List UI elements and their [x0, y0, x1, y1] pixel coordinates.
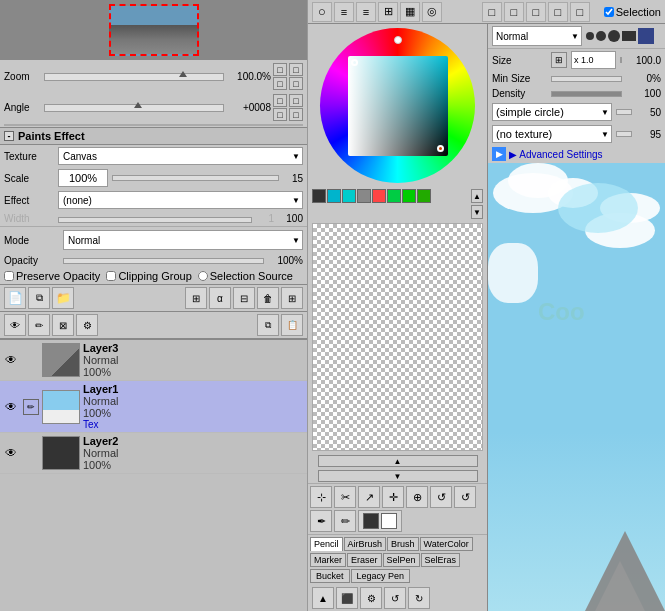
tb-list-icon[interactable]: ≡	[334, 2, 354, 22]
tb-grid-icon[interactable]: ⊞	[378, 2, 398, 22]
min-size-slider[interactable]	[551, 76, 622, 82]
move-btn[interactable]: ✛	[382, 486, 404, 508]
layer-eye-layer1[interactable]: 👁	[2, 398, 20, 416]
width-slider[interactable]	[58, 217, 252, 223]
swatch-cyan[interactable]	[327, 189, 341, 203]
layer-delete-btn[interactable]: 🗑	[257, 287, 279, 309]
angle-nav-btn-3[interactable]: □	[289, 94, 303, 107]
hue-selector-dot[interactable]	[394, 36, 402, 44]
zoom-nav-btn-1[interactable]: □	[273, 63, 287, 76]
zoom-tool-btn[interactable]: ⊕	[406, 486, 428, 508]
zoom-nav-btn-4[interactable]: □	[289, 77, 303, 90]
layer-pen-layer2[interactable]	[23, 445, 39, 461]
selection-source-radio[interactable]: Selection Source	[198, 270, 293, 282]
brush-icon-1[interactable]: ▲	[312, 587, 334, 609]
scale-slider[interactable]	[112, 175, 279, 181]
layer-pen-layer1[interactable]: ✏	[23, 399, 39, 415]
transform-btn[interactable]: ↺	[454, 486, 476, 508]
swatch-green[interactable]	[387, 189, 401, 203]
density-slider[interactable]	[551, 91, 622, 97]
watercolor-tab[interactable]: WaterColor	[420, 537, 473, 551]
color-scroll-down[interactable]: ▼	[471, 205, 483, 219]
zoom-nav-btn-2[interactable]: □	[273, 77, 287, 90]
layer-item-layer2[interactable]: 👁 Layer2 Normal 100%	[0, 433, 307, 474]
pencil-tab[interactable]: Pencil	[310, 537, 343, 551]
selection-checkbox[interactable]	[604, 7, 614, 17]
layer-item-layer3[interactable]: 👁 Layer3 Normal 100%	[0, 340, 307, 381]
canvas-view[interactable]: Coo	[488, 163, 665, 611]
lasso-btn[interactable]: ✂	[334, 486, 356, 508]
brush-icon-3[interactable]: ⚙	[360, 587, 382, 609]
select-rect-btn[interactable]: ⊹	[310, 486, 332, 508]
layer-tool-btn-1[interactable]: 👁	[4, 314, 26, 336]
brush-icon-2[interactable]: ⬛	[336, 587, 358, 609]
saturation-dot[interactable]	[351, 59, 358, 66]
color-swap-area[interactable]	[358, 510, 402, 532]
layer-pen-layer3[interactable]	[23, 352, 39, 368]
color-panel-scroll-down[interactable]: ▼	[318, 470, 478, 482]
layer-copy-btn[interactable]: ⧉	[257, 314, 279, 336]
layer-item-layer1[interactable]: 👁 ✏ Layer1 Normal 100% Tex	[0, 381, 307, 433]
tb-square3-icon[interactable]: □	[526, 2, 546, 22]
layer-merge-btn[interactable]: ⊞	[185, 287, 207, 309]
layer-tool-btn-2[interactable]: ✏	[28, 314, 50, 336]
swatch-red[interactable]	[372, 189, 386, 203]
brush-icon-5[interactable]: ↻	[408, 587, 430, 609]
texture-select-2[interactable]: (no texture) ▼	[492, 125, 612, 143]
airbrush-tab[interactable]: AirBrush	[344, 537, 387, 551]
texture-slider[interactable]	[616, 131, 632, 137]
layer-paste-btn[interactable]: 📋	[281, 314, 303, 336]
scale-input[interactable]: 100%	[58, 169, 108, 187]
duplicate-layer-btn[interactable]: ⧉	[28, 287, 50, 309]
mode-select[interactable]: Normal ▼	[63, 230, 303, 250]
swatch-black[interactable]	[312, 189, 326, 203]
new-layer-btn[interactable]: 📄	[4, 287, 26, 309]
color-wheel-container[interactable]	[308, 24, 487, 187]
swatch-bright-green[interactable]	[402, 189, 416, 203]
color-panel-scroll-up[interactable]: ▲	[318, 455, 478, 467]
color-scroll-up[interactable]: ▲	[471, 189, 483, 203]
tb-square5-icon[interactable]: □	[570, 2, 590, 22]
opacity-slider[interactable]	[63, 258, 264, 264]
preserve-opacity-input[interactable]	[4, 271, 14, 281]
shape-rect[interactable]	[622, 31, 636, 41]
selection-source-input[interactable]	[198, 271, 208, 281]
preserve-opacity-checkbox[interactable]: Preserve Opacity	[4, 270, 100, 282]
angle-nav-btn-4[interactable]: □	[289, 108, 303, 121]
size-icon[interactable]: ⊞	[551, 52, 567, 68]
shape-dot-2[interactable]	[596, 31, 606, 41]
brush-mode-select[interactable]: Normal ▼	[492, 26, 582, 46]
angle-nav-btn-1[interactable]: □	[273, 94, 287, 107]
tb-dot-icon[interactable]: ◎	[422, 2, 442, 22]
color-wheel[interactable]	[320, 28, 475, 183]
size-multiplier-select[interactable]: x 1.0	[571, 51, 616, 69]
swatch-dark-green[interactable]	[417, 189, 431, 203]
layer-extra-btn[interactable]: ⊞	[281, 287, 303, 309]
shape-dot-3[interactable]	[608, 30, 620, 42]
seleras-tab[interactable]: SelEras	[421, 553, 461, 567]
tb-square1-icon[interactable]: □	[482, 2, 502, 22]
layer-eye-layer3[interactable]: 👁	[2, 351, 20, 369]
angle-nav-btn-2[interactable]: □	[273, 108, 287, 121]
size-slider[interactable]	[620, 57, 622, 63]
swatch-teal[interactable]	[342, 189, 356, 203]
shape-dot-1[interactable]	[586, 32, 594, 40]
magic-wand-btn[interactable]: ↗	[358, 486, 380, 508]
tb-squares-icon[interactable]: ▦	[400, 2, 420, 22]
tb-square2-icon[interactable]: □	[504, 2, 524, 22]
brush-icon-4[interactable]: ↺	[384, 587, 406, 609]
layer-tool-btn-4[interactable]: ⚙	[76, 314, 98, 336]
shape-box[interactable]	[638, 28, 654, 44]
legacy-pen-tab[interactable]: Legacy Pen	[351, 569, 411, 583]
zoom-slider[interactable]	[44, 73, 224, 81]
angle-slider[interactable]	[44, 104, 224, 112]
marker-tab[interactable]: Marker	[310, 553, 346, 567]
layer-eye-layer2[interactable]: 👁	[2, 444, 20, 462]
layer-alpha-btn[interactable]: α	[209, 287, 231, 309]
circle-select[interactable]: (simple circle) ▼	[492, 103, 612, 121]
layer-tool-btn-3[interactable]: ⊠	[52, 314, 74, 336]
fill-btn[interactable]: ✏	[334, 510, 356, 532]
zoom-nav-btn-3[interactable]: □	[289, 63, 303, 76]
tb-list2-icon[interactable]: ≡	[356, 2, 376, 22]
saturation-square[interactable]	[348, 56, 448, 156]
